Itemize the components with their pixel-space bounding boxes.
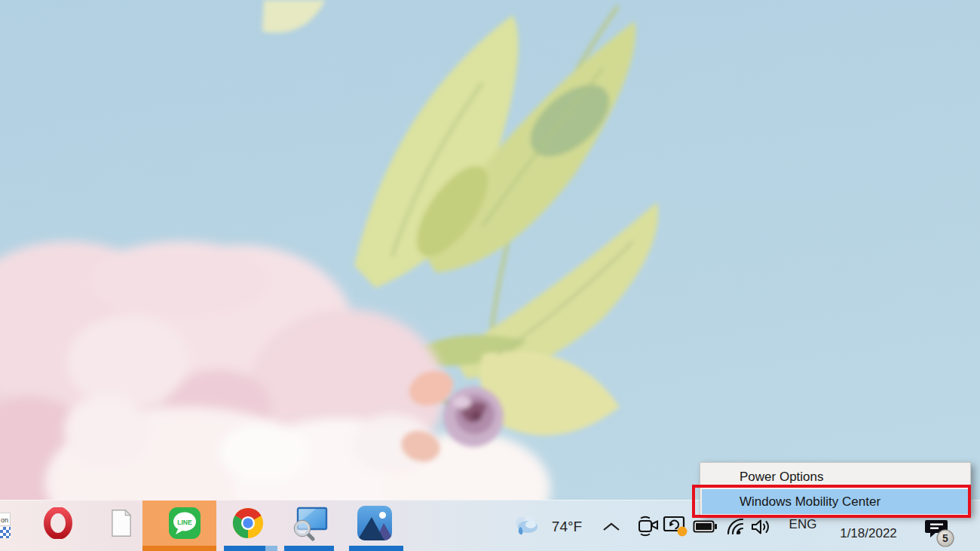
- menu-item-label: Power Options: [740, 470, 824, 484]
- tray-weather-button[interactable]: [511, 514, 541, 538]
- partial-desktop-icon[interactable]: on: [0, 513, 11, 538]
- tray-camera-button[interactable]: [636, 514, 660, 538]
- tray-temperature[interactable]: 74°F: [544, 519, 590, 535]
- tray-speaker-button[interactable]: [749, 517, 772, 537]
- document-icon: [109, 509, 134, 537]
- weather-icon: [512, 514, 541, 538]
- chrome-running-indicator: [224, 546, 265, 551]
- partial-desktop-icon-label: on: [0, 513, 11, 526]
- photos-icon: [357, 506, 392, 540]
- taskbar-chrome-button[interactable]: [216, 500, 280, 546]
- tray-clock-date[interactable]: 1/18/2022: [831, 526, 906, 541]
- desktop: on LINE: [0, 0, 980, 551]
- camera-icon: [636, 514, 660, 538]
- tray-update-restart-button[interactable]: [662, 515, 689, 537]
- taskbar-photos-button[interactable]: [343, 500, 406, 546]
- menu-item-label: Windows Mobility Center: [740, 494, 880, 509]
- screen-search-running-indicator: [284, 546, 334, 551]
- battery-icon: [693, 519, 718, 534]
- screen-magnifier-icon: [292, 505, 331, 541]
- taskbar-opera-button[interactable]: [26, 500, 90, 546]
- opera-icon: [41, 507, 75, 539]
- partial-desktop-icon-graphic: [0, 527, 11, 538]
- wifi-icon: [723, 518, 746, 536]
- notification-icon: 5: [923, 519, 956, 549]
- taskbar-screen-search-button[interactable]: [280, 500, 343, 546]
- battery-context-menu: Power Options Windows Mobility Center: [700, 462, 971, 516]
- tray-language-button[interactable]: ENG: [784, 517, 822, 532]
- photos-running-indicator: [349, 546, 403, 551]
- line-running-indicator: [142, 546, 216, 551]
- speaker-icon: [750, 518, 771, 536]
- tray-battery-button[interactable]: [692, 519, 718, 534]
- line-icon: LINE: [169, 507, 201, 539]
- update-restart-icon: [663, 515, 688, 537]
- tray-notification-button[interactable]: 5: [923, 519, 956, 549]
- menu-item-windows-mobility-center[interactable]: Windows Mobility Center: [702, 489, 969, 514]
- chevron-up-icon: [602, 521, 621, 533]
- chrome-running-indicator-2: [265, 546, 277, 551]
- svg-text:LINE: LINE: [177, 519, 192, 526]
- taskbar-line-button[interactable]: LINE: [153, 500, 216, 546]
- tray-show-hidden-icons-button[interactable]: [601, 520, 622, 534]
- svg-text:5: 5: [942, 532, 948, 544]
- chrome-icon: [232, 507, 264, 539]
- taskbar-document-button[interactable]: [90, 500, 153, 546]
- menu-item-power-options[interactable]: Power Options: [700, 464, 970, 489]
- update-badge: [678, 527, 688, 537]
- tray-wifi-button[interactable]: [722, 517, 746, 537]
